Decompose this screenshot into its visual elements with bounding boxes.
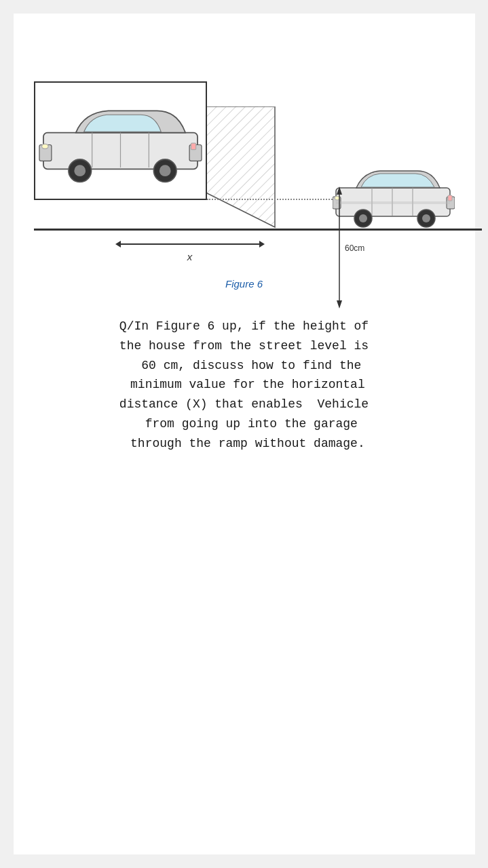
garage-car-svg [35, 83, 206, 199]
x-label: x [187, 251, 193, 262]
svg-point-7 [41, 144, 48, 149]
svg-rect-27 [448, 195, 452, 201]
height-label: 60cm [333, 186, 373, 314]
svg-point-25 [422, 214, 430, 222]
question-line-4: minimum value for the horizontal [123, 378, 364, 391]
svg-rect-8 [191, 143, 195, 150]
question-line-6: from going up into the garage [130, 417, 358, 431]
dotted-reference-line [207, 199, 343, 200]
question-line-3: 60 cm, discuss how to find the [127, 359, 362, 372]
page: 60cm [14, 14, 475, 854]
x-dimension-line: x [115, 241, 265, 248]
garage-platform [34, 81, 207, 200]
svg-marker-16 [337, 186, 342, 195]
x-arrow-right [259, 241, 265, 248]
x-arrow-left [115, 241, 121, 248]
question-text: Q/In Figure 6 up, if the height of the h… [27, 317, 462, 454]
ground-line [34, 229, 482, 231]
svg-marker-17 [337, 300, 342, 309]
figure-container: 60cm [27, 54, 462, 271]
svg-point-6 [159, 165, 170, 176]
question-line-2: the house from the street level is [119, 339, 369, 353]
question-line-7: through the ramp without damage. [123, 437, 364, 450]
question-line-5: distance (X) that enables Vehicle [119, 397, 369, 411]
figure-caption: Figure 6 [27, 278, 462, 290]
svg-point-4 [74, 165, 86, 176]
svg-text:60cm: 60cm [345, 243, 364, 253]
x-line [121, 243, 259, 245]
question-line-1: Q/In Figure 6 up, if the height of [119, 319, 369, 333]
